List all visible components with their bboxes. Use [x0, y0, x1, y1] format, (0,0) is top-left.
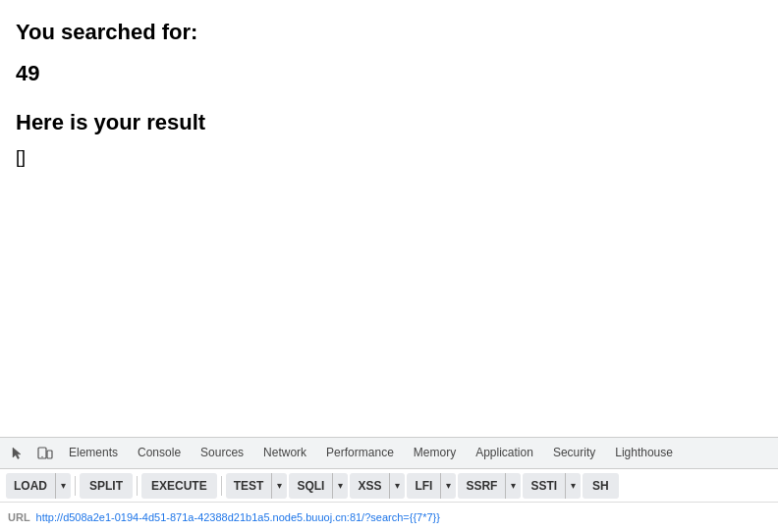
svg-rect-1	[47, 451, 52, 458]
ssti-dropdown-arrow[interactable]: ▾	[566, 473, 581, 499]
toolbar-bar: LOAD ▾ SPLIT EXECUTE TEST ▾ SQLI ▾ XSS ▾…	[0, 469, 778, 503]
url-bar: URL http://d508a2e1-0194-4d51-871a-42388…	[0, 503, 778, 532]
tab-memory[interactable]: Memory	[404, 438, 466, 469]
test-dropdown: TEST ▾	[226, 473, 288, 499]
search-value: 49	[16, 61, 762, 86]
divider-1	[75, 476, 76, 496]
sqli-dropdown: SQLI ▾	[289, 473, 348, 499]
load-dropdown: LOAD ▾	[6, 473, 71, 499]
lfi-dropdown: LFI ▾	[407, 473, 456, 499]
load-button[interactable]: LOAD	[6, 473, 56, 499]
tab-elements[interactable]: Elements	[59, 438, 128, 469]
main-content: You searched for: 49 Here is your result…	[0, 0, 778, 383]
ssrf-dropdown-arrow[interactable]: ▾	[506, 473, 521, 499]
svg-point-2	[41, 455, 42, 456]
load-dropdown-arrow[interactable]: ▾	[56, 473, 71, 499]
divider-2	[137, 476, 138, 496]
split-button[interactable]: SPLIT	[80, 473, 133, 499]
tab-lighthouse[interactable]: Lighthouse	[605, 438, 683, 469]
tab-console[interactable]: Console	[128, 438, 191, 469]
divider-3	[221, 476, 222, 496]
tab-security[interactable]: Security	[543, 438, 605, 469]
ssti-dropdown: SSTI ▾	[523, 473, 581, 499]
sqli-button[interactable]: SQLI	[289, 473, 333, 499]
xss-button[interactable]: XSS	[350, 473, 390, 499]
device-icon-btn[interactable]	[31, 440, 59, 467]
ssti-button[interactable]: SSTI	[523, 473, 566, 499]
test-button[interactable]: TEST	[226, 473, 273, 499]
sqli-dropdown-arrow[interactable]: ▾	[333, 473, 348, 499]
url-value: http://d508a2e1-0194-4d51-871a-42388d21b…	[36, 511, 440, 523]
searched-label: You searched for:	[16, 20, 762, 45]
xss-dropdown-arrow[interactable]: ▾	[390, 473, 405, 499]
result-label: Here is your result	[16, 110, 762, 135]
lfi-button[interactable]: LFI	[407, 473, 441, 499]
tab-application[interactable]: Application	[466, 438, 543, 469]
execute-button[interactable]: EXECUTE	[141, 473, 217, 499]
tab-sources[interactable]: Sources	[191, 438, 253, 469]
inspect-icon-btn[interactable]	[4, 440, 31, 467]
tab-network[interactable]: Network	[253, 438, 316, 469]
ssrf-button[interactable]: SSRF	[458, 473, 506, 499]
url-label: URL	[8, 511, 30, 523]
test-dropdown-arrow[interactable]: ▾	[272, 473, 287, 499]
lfi-dropdown-arrow[interactable]: ▾	[441, 473, 456, 499]
sh-button[interactable]: SH	[583, 473, 619, 499]
devtools-tab-bar: Elements Console Sources Network Perform…	[0, 438, 778, 469]
devtools-panel: Elements Console Sources Network Perform…	[0, 437, 778, 532]
ssrf-dropdown: SSRF ▾	[458, 473, 521, 499]
result-value: []	[16, 147, 762, 168]
xss-dropdown: XSS ▾	[350, 473, 405, 499]
tab-performance[interactable]: Performance	[316, 438, 404, 469]
